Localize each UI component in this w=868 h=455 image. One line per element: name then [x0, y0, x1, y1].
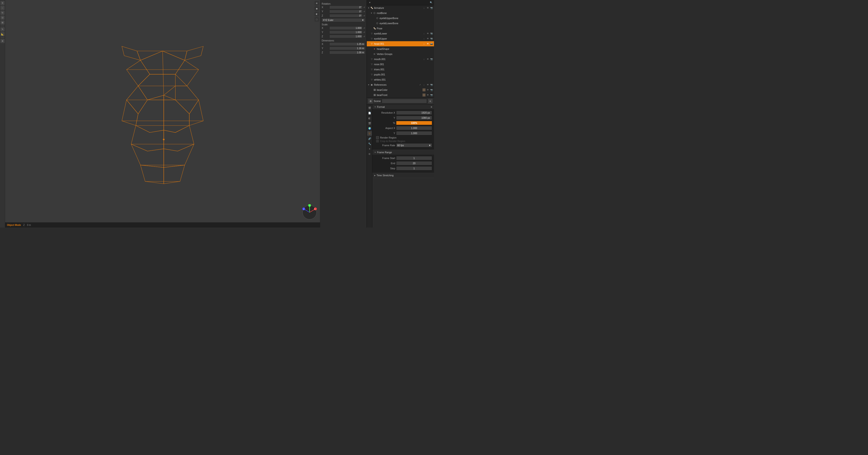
eyelidupper-restrict[interactable]: ↓ — [422, 37, 426, 40]
outliner-item-armature[interactable]: ▼ 🦴 Armature ↓ 👁 📷 — [367, 5, 434, 10]
scale-x-reset[interactable]: ↺ — [363, 27, 365, 29]
outliner-item-bearcolor[interactable]: 🖼 bearColor 👁 📷 — [367, 87, 434, 92]
outliner-item-references[interactable]: ▼ ▣ References ✓ ↓ 👁 📷 — [367, 82, 434, 87]
outliner-item-rootbone[interactable]: ▼ ⬡ rootBone — [367, 10, 434, 16]
references-eye[interactable]: 👁 — [426, 83, 429, 86]
dim-y-value[interactable]: 1.16 m — [329, 47, 365, 50]
scale-z-value[interactable]: 1.000 — [329, 35, 363, 38]
dim-z-value[interactable]: 1.08 m — [329, 51, 365, 54]
rotation-z-reset[interactable]: ↺ — [363, 15, 365, 17]
bearfront-eye[interactable]: 👁 — [426, 93, 429, 97]
aspect-y-value[interactable]: 1.000 — [396, 131, 432, 135]
dim-x-value[interactable]: 1.25 m — [329, 42, 365, 46]
aspect-x-value[interactable]: 1.000 — [396, 126, 432, 130]
time-stretching-title[interactable]: ▶ Time Stretching — [372, 173, 434, 178]
render-tab-output[interactable]: 📄 — [367, 111, 372, 115]
rotation-z-value[interactable]: 0° — [329, 14, 363, 18]
frame-range-section-title[interactable]: ▼ Frame Range — [372, 150, 434, 154]
eyelidupper-eye[interactable]: 👁 — [426, 37, 429, 40]
bearcolor-thumb[interactable] — [422, 88, 426, 91]
head001-render[interactable]: 📷 — [430, 42, 433, 46]
outliner-filter-icon[interactable]: ▼ — [368, 1, 372, 4]
outliner-search-icon[interactable]: 🔍 — [429, 1, 433, 4]
toolbar-measure-icon[interactable]: 📐 — [0, 32, 5, 36]
armature-render-icon[interactable]: 📷 — [430, 6, 433, 9]
rotation-y-reset[interactable]: ↺ — [363, 10, 365, 13]
render-options-icon[interactable]: ≡ — [428, 99, 433, 104]
rotation-mode-dropdown[interactable]: XYZ Euler ▼ — [322, 18, 365, 22]
eyelidlower-restrict[interactable]: ↓ — [422, 32, 426, 35]
armature-eye-icon[interactable]: 👁 — [426, 6, 429, 9]
eyelidlower-render[interactable]: 📷 — [430, 32, 433, 35]
toolbar-transform-icon[interactable]: ⊞ — [0, 21, 5, 25]
outliner-item-bearfront[interactable]: 🖼 bearFront 👁 📷 — [367, 92, 434, 97]
bearcolor-render[interactable]: 📷 — [430, 88, 433, 91]
render-tab-object[interactable]: ▽ — [367, 131, 372, 136]
bearcolor-eye[interactable]: 👁 — [426, 88, 429, 91]
toolbar-add-icon[interactable]: ⊕ — [0, 39, 5, 43]
outliner-item-eyelidupper-bone[interactable]: ⬡ eyelidUpperBone — [367, 16, 434, 21]
mouth001-eye[interactable]: 👁 — [426, 58, 429, 61]
render-search-input[interactable] — [382, 99, 427, 104]
viewport-shading-icon[interactable]: ◐ — [314, 12, 319, 16]
toolbar-move-icon[interactable]: ↔ — [0, 6, 5, 10]
render-tab-scene[interactable]: 🎬 — [367, 121, 372, 125]
scale-x-value[interactable]: 1.000 — [329, 26, 363, 30]
scale-y-reset[interactable]: ↺ — [363, 31, 365, 33]
scale-y-value[interactable]: 1.000 — [329, 30, 363, 34]
res-x-value[interactable]: 1920 px — [396, 111, 432, 115]
head001-eye[interactable]: 👁 — [426, 42, 429, 46]
toolbar-cursor-icon[interactable]: ✛ — [0, 1, 5, 5]
outliner-item-irises001[interactable]: ▽ irises.001 — [367, 67, 434, 72]
bearfront-thumb[interactable] — [422, 93, 426, 97]
eyelidlower-eye[interactable]: 👁 — [426, 32, 429, 35]
toolbar-annotate-icon[interactable]: ✎ — [0, 27, 5, 31]
toolbar-rotate-icon[interactable]: ↻ — [0, 11, 5, 15]
format-section-title[interactable]: ▼ Format ≡ — [372, 105, 434, 109]
render-tab-modifier[interactable]: 🔧 — [367, 141, 372, 146]
viewport-overlay-icon[interactable]: ◉ — [314, 6, 319, 11]
outliner-item-nose001[interactable]: ▽ nose.001 — [367, 62, 434, 67]
render-region-checkbox[interactable] — [376, 136, 379, 139]
outliner-item-whites001[interactable]: ▽ whites.001 — [367, 77, 434, 82]
frame-rate-value[interactable]: 60 fps ▼ — [396, 143, 432, 147]
viewport[interactable]: ⊕ ◉ ◐ ◌ X Y Z Object Mode Z 0 m — [5, 0, 320, 227]
outliner-item-eyelidlower[interactable]: ▽ eyelidLower ↓ 👁 📷 — [367, 31, 434, 36]
render-tab-physics[interactable]: ⚙ — [367, 151, 372, 156]
mouth001-restrict[interactable]: ↓ — [422, 58, 426, 61]
rotation-x-reset[interactable]: ↺ — [363, 6, 365, 9]
viewport-gizmo-icon[interactable]: ⊕ — [314, 1, 319, 6]
viewport-gizmo[interactable]: X Y Z — [302, 204, 318, 221]
res-y-value[interactable]: 1080 px — [396, 116, 432, 120]
bearfront-render[interactable]: 📷 — [430, 93, 433, 97]
references-check[interactable]: ✓ — [418, 83, 422, 86]
outliner-item-head001[interactable]: ▼ ▽ head.001 ↓ 👁 📷 — [367, 41, 434, 46]
toolbar-scale-icon[interactable]: ⊡ — [0, 16, 5, 20]
res-pct-value[interactable]: 100% — [396, 121, 432, 125]
render-tab-camera[interactable]: 🎬 — [367, 106, 372, 110]
armature-restrict-icon[interactable]: ↓ — [422, 6, 426, 9]
outliner-item-pose[interactable]: 🦴 Pose — [367, 26, 434, 31]
outliner-item-eyelidupper[interactable]: ▽ eyelidUpper ↓ 👁 📷 — [367, 36, 434, 41]
scale-z-reset[interactable]: ↺ — [363, 35, 365, 38]
frame-end-value[interactable]: 20 — [396, 161, 432, 165]
viewport-xray-icon[interactable]: ◌ — [314, 17, 319, 22]
outliner-item-headshape[interactable]: ● headShape — [367, 46, 434, 52]
render-tab-viewlayer[interactable]: ◧ — [367, 116, 372, 120]
render-tab-world[interactable]: 🌍 — [367, 126, 372, 131]
outliner-item-pupils001[interactable]: ▽ pupils.001 — [367, 72, 434, 77]
eyelidupper-render[interactable]: 📷 — [430, 37, 433, 40]
render-header-icon[interactable]: ⚙ — [368, 99, 373, 104]
format-action-icon[interactable]: ≡ — [431, 106, 432, 108]
references-render[interactable]: 📷 — [430, 83, 433, 86]
crop-render-checkbox[interactable] — [376, 140, 379, 143]
rotation-x-value[interactable]: 0° — [329, 6, 363, 9]
references-restrict[interactable]: ↓ — [422, 83, 426, 86]
rotation-y-value[interactable]: 0° — [329, 10, 363, 13]
outliner-item-mouth001[interactable]: ▽ mouth.001 ↓ 👁 📷 — [367, 57, 434, 62]
head001-restrict[interactable]: ↓ — [422, 42, 426, 46]
outliner-item-eyelidlower-bone[interactable]: ⬡ eyelidLowerBone — [367, 21, 434, 26]
render-tab-particles[interactable]: ✦ — [367, 146, 372, 151]
mouth001-render[interactable]: 📷 — [430, 58, 433, 61]
outliner-item-vertexgroups[interactable]: ⊞ Vertex Groups — [367, 52, 434, 57]
